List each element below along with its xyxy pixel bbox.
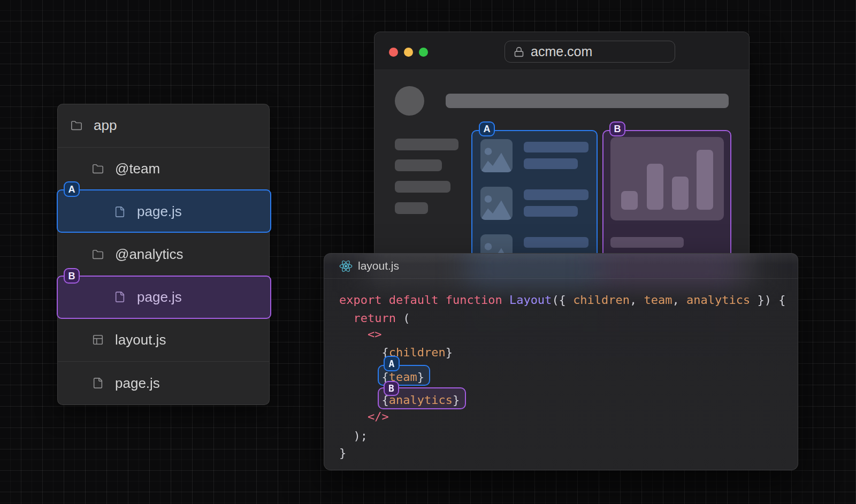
tree-item-app-0[interactable]: app bbox=[58, 104, 269, 148]
code-line-8: } bbox=[339, 445, 346, 462]
code-token: } bbox=[453, 393, 460, 407]
feed-item-0 bbox=[480, 139, 588, 172]
browser-badge-a: A bbox=[479, 121, 495, 136]
code-line-1: return ( bbox=[339, 310, 410, 327]
sidebar-skeleton-line-1 bbox=[395, 159, 442, 171]
zoom-window-icon[interactable] bbox=[419, 48, 428, 57]
avatar bbox=[395, 86, 424, 116]
tree-item-label: @analytics bbox=[115, 246, 184, 263]
file-tree-panel: A B app@teampage.js@analyticspage.jslayo… bbox=[57, 104, 270, 405]
code-token: } bbox=[446, 346, 453, 359]
url-text: acme.com bbox=[531, 44, 592, 59]
url-bar[interactable]: acme.com bbox=[505, 41, 675, 63]
code-line-5: {analytics} bbox=[339, 392, 460, 409]
code-line-6: </> bbox=[339, 408, 389, 425]
feed-line-skeleton bbox=[524, 158, 578, 169]
sidebar-skeleton-line-2 bbox=[395, 181, 450, 193]
code-token: children bbox=[573, 293, 630, 307]
code-line-7: ); bbox=[339, 427, 368, 445]
feed-line-skeleton bbox=[524, 142, 588, 152]
tree-item-label: page.js bbox=[115, 375, 160, 392]
tree-item-pagejs-6[interactable]: page.js bbox=[58, 362, 269, 404]
chart-skeleton bbox=[610, 137, 724, 220]
react-logo-icon bbox=[339, 259, 353, 273]
tree-item-layoutjs-5[interactable]: layout.js bbox=[58, 318, 269, 362]
editor-filename: layout.js bbox=[358, 259, 399, 272]
code-token: , bbox=[672, 293, 687, 307]
tree-item-label: layout.js bbox=[115, 332, 166, 348]
tree-item-pagejs-2[interactable]: page.js bbox=[58, 190, 269, 233]
sidebar-skeleton-line-3 bbox=[395, 202, 428, 214]
sidebar-skeleton-line-0 bbox=[395, 139, 458, 150]
code-token: team bbox=[644, 293, 672, 307]
folder-icon bbox=[92, 163, 104, 175]
code-line-2: <> bbox=[339, 326, 381, 343]
chart-bar-3 bbox=[697, 150, 713, 210]
nav-skeleton-bar bbox=[446, 94, 729, 108]
file-icon bbox=[114, 291, 126, 303]
tree-item-label: page.js bbox=[137, 203, 182, 220]
folder-icon bbox=[71, 120, 82, 132]
code-token: analytics bbox=[389, 393, 453, 407]
tree-badge-a: A bbox=[64, 181, 80, 197]
code-token: analytics bbox=[686, 293, 750, 307]
analytics-caption-skeleton bbox=[610, 237, 684, 248]
editor-titlebar: layout.js bbox=[324, 254, 798, 279]
code-token: { bbox=[339, 370, 389, 384]
image-placeholder-icon bbox=[480, 139, 513, 172]
chart-bar-0 bbox=[621, 191, 638, 210]
file-icon bbox=[114, 206, 126, 218]
image-placeholder-icon bbox=[480, 187, 513, 220]
minimize-window-icon[interactable] bbox=[404, 48, 413, 57]
tree-item-analytics-3[interactable]: @analytics bbox=[58, 233, 269, 276]
code-token: <> bbox=[368, 327, 382, 341]
code-token: return bbox=[354, 311, 396, 325]
feed-line-skeleton bbox=[524, 237, 588, 248]
tree-item-pagejs-4[interactable]: page.js bbox=[58, 276, 269, 318]
tree-item-label: page.js bbox=[137, 289, 182, 306]
code-token bbox=[339, 410, 368, 423]
folder-icon bbox=[92, 249, 104, 261]
code-token: }) { bbox=[750, 293, 785, 307]
tree-item-label: app bbox=[94, 117, 117, 134]
code-badge-a: A bbox=[384, 356, 400, 371]
code-token: Layout bbox=[509, 293, 552, 307]
close-window-icon[interactable] bbox=[389, 48, 398, 57]
code-line-0: export default function Layout({ childre… bbox=[339, 292, 786, 309]
code-editor-window: layout.js A B export default function La… bbox=[324, 253, 798, 470]
code-token: , bbox=[630, 293, 644, 307]
layout-icon bbox=[92, 334, 104, 346]
code-badge-b: B bbox=[384, 381, 399, 396]
browser-badge-b: B bbox=[609, 121, 625, 136]
file-tree-rows: app@teampage.js@analyticspage.jslayout.j… bbox=[58, 104, 269, 404]
code-token: </> bbox=[368, 410, 389, 423]
code-area: A B export default function Layout({ chi… bbox=[324, 254, 798, 470]
code-token: } bbox=[417, 370, 424, 384]
code-token bbox=[339, 311, 354, 325]
traffic-lights bbox=[389, 48, 428, 57]
feed-line-skeleton bbox=[524, 189, 588, 200]
chart-bar-2 bbox=[672, 177, 689, 210]
code-line-4: {team} bbox=[339, 369, 424, 386]
code-token bbox=[339, 327, 368, 341]
tree-item-label: @team bbox=[115, 161, 160, 177]
tree-badge-b: B bbox=[64, 268, 80, 284]
code-token: ({ bbox=[552, 293, 573, 307]
browser-titlebar: acme.com bbox=[374, 32, 749, 70]
feed-item-1 bbox=[480, 187, 588, 220]
chart-bar-1 bbox=[647, 164, 663, 210]
code-token: { bbox=[339, 393, 389, 407]
feed-line-skeleton bbox=[524, 206, 578, 217]
file-icon bbox=[92, 377, 104, 389]
tree-item-team-1[interactable]: @team bbox=[58, 148, 269, 190]
code-token: } bbox=[339, 446, 346, 460]
lock-icon bbox=[514, 47, 524, 57]
code-token: ( bbox=[396, 311, 410, 325]
code-token: { bbox=[339, 346, 389, 359]
code-token: export default function bbox=[339, 293, 509, 307]
code-token: ); bbox=[339, 429, 368, 442]
